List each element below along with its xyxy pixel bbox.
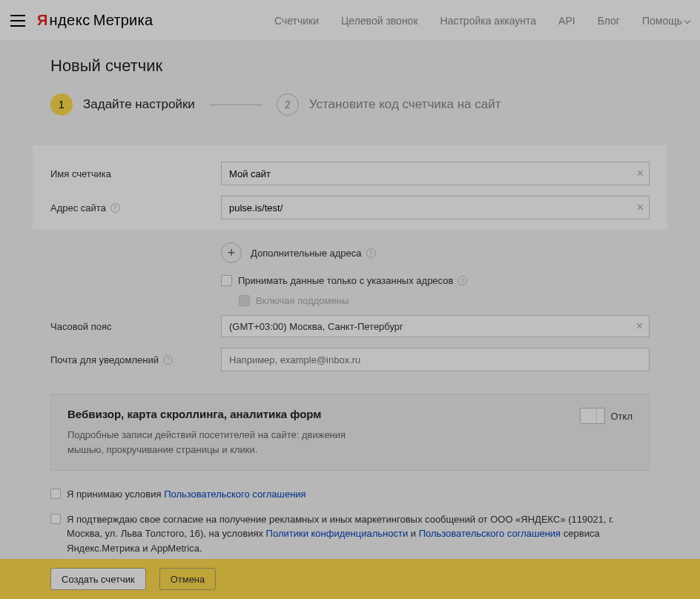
timezone-select[interactable]: (GMT+03:00) Москва, Санкт-Петербург × bbox=[221, 315, 650, 337]
logo[interactable]: Яндекс Метрика bbox=[37, 12, 153, 29]
help-icon[interactable]: ? bbox=[163, 355, 173, 365]
subdomains-label: Включая поддомены bbox=[256, 295, 349, 306]
webvisor-title: Вебвизор, карта скроллинга, аналитика фо… bbox=[67, 408, 633, 420]
terms-accept-prefix: Я принимаю условия bbox=[67, 489, 164, 500]
counter-name-input[interactable] bbox=[221, 162, 650, 185]
subdomains-checkbox bbox=[239, 295, 250, 306]
terms-accept-checkbox[interactable] bbox=[50, 489, 61, 499]
timezone-value: (GMT+03:00) Москва, Санкт-Петербург bbox=[229, 321, 403, 332]
toggle-thumb bbox=[596, 409, 604, 423]
counter-name-label: Имя счетчика bbox=[50, 168, 221, 179]
step-1: 1 Задайте настройки bbox=[50, 93, 195, 116]
only-addresses-checkbox[interactable] bbox=[221, 275, 232, 286]
chevron-down-icon bbox=[682, 15, 690, 27]
help-icon[interactable]: ? bbox=[110, 203, 120, 213]
privacy-link[interactable]: Политики конфиденциальности bbox=[266, 528, 409, 539]
clear-icon[interactable]: × bbox=[637, 201, 644, 214]
step-2-number: 2 bbox=[277, 93, 299, 116]
consent-and: и bbox=[408, 528, 419, 539]
create-counter-button[interactable]: Создать счетчик bbox=[50, 568, 146, 590]
nav-help[interactable]: Помощь bbox=[642, 15, 690, 27]
nav-blog[interactable]: Блог bbox=[598, 15, 620, 27]
step-1-label: Задайте настройки bbox=[83, 97, 195, 112]
stepper: 1 Задайте настройки 2 Установите код сче… bbox=[50, 93, 650, 116]
timezone-label: Часовой пояс bbox=[50, 321, 221, 332]
webvisor-toggle[interactable] bbox=[580, 408, 605, 424]
additional-addresses-label: Дополнительные адреса bbox=[251, 248, 362, 259]
plus-icon[interactable]: + bbox=[221, 242, 242, 263]
logo-product: Метрика bbox=[93, 12, 153, 29]
step-2: 2 Установите код счетчика на сайт bbox=[277, 93, 501, 116]
nav-call[interactable]: Целевой звонок bbox=[341, 15, 418, 27]
site-url-input[interactable] bbox=[221, 196, 650, 219]
site-url-label: Адрес сайта bbox=[50, 202, 106, 214]
webvisor-panel: Вебвизор, карта скроллинга, аналитика фо… bbox=[50, 394, 650, 471]
menu-icon[interactable] bbox=[10, 15, 25, 27]
help-icon[interactable]: ? bbox=[458, 276, 467, 285]
webvisor-desc: Подробные записи действий посетителей на… bbox=[67, 428, 379, 457]
step-connector bbox=[210, 105, 262, 105]
user-agreement-link-2[interactable]: Пользовательского соглашения bbox=[419, 528, 561, 539]
email-input[interactable] bbox=[221, 348, 650, 371]
user-agreement-link[interactable]: Пользовательского соглашения bbox=[164, 489, 306, 500]
cancel-button[interactable]: Отмена bbox=[159, 568, 217, 590]
webvisor-toggle-state: Откл bbox=[611, 411, 633, 422]
page-title: Новый счетчик bbox=[50, 56, 650, 76]
nav-help-label: Помощь bbox=[642, 15, 682, 27]
clear-icon[interactable]: × bbox=[637, 167, 644, 180]
clear-icon[interactable]: × bbox=[636, 320, 643, 333]
only-addresses-label: Принимать данные только с указанных адре… bbox=[238, 275, 453, 286]
consent-checkbox[interactable] bbox=[50, 514, 61, 524]
logo-letter: Я bbox=[37, 12, 47, 29]
step-2-label: Установите код счетчика на сайт bbox=[309, 97, 501, 112]
email-label: Почта для уведомлений bbox=[50, 354, 159, 365]
nav-counters[interactable]: Счетчики bbox=[274, 15, 319, 27]
nav-api[interactable]: API bbox=[558, 15, 575, 27]
logo-brand: ндекс bbox=[49, 12, 90, 29]
help-icon[interactable]: ? bbox=[366, 248, 376, 258]
nav-account[interactable]: Настройка аккаунта bbox=[440, 15, 537, 27]
step-1-number: 1 bbox=[50, 93, 73, 116]
